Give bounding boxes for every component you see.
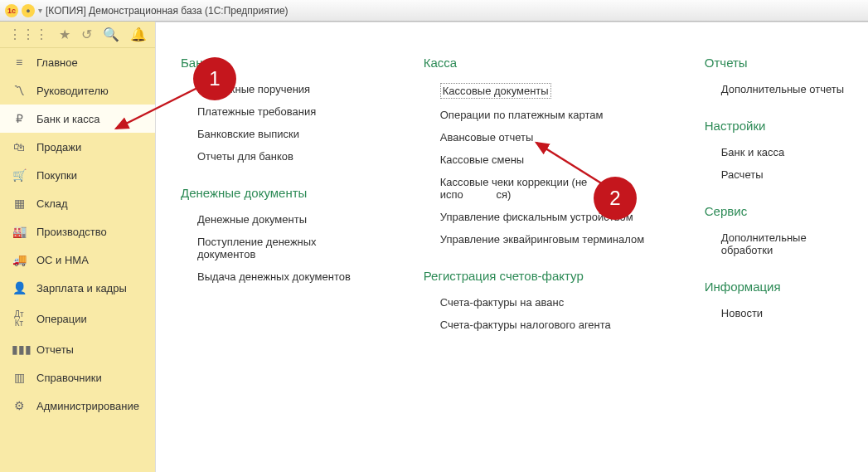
link-payment-requests[interactable]: Платежные требования xyxy=(197,105,366,118)
truck-icon: 🚚 xyxy=(12,253,27,266)
menu-icon: ≡ xyxy=(12,56,27,69)
window-title: [КОПИЯ] Демонстрационная база (1С:Предпр… xyxy=(46,5,289,17)
nav-label: Производство xyxy=(36,226,107,238)
link-money-income[interactable]: Поступление денежных документов xyxy=(197,236,366,260)
link-invoices-tax-agent[interactable]: Счета-фактуры налогового агента xyxy=(440,319,647,331)
link-extra-processing[interactable]: Дополнительные обработки xyxy=(721,231,851,256)
nav-production[interactable]: 🏭Производство xyxy=(0,217,155,246)
annotation-marker-1: 1 xyxy=(193,57,236,100)
column-3: Отчеты Дополнительные отчеты Настройки Б… xyxy=(705,56,851,455)
boxes-icon: ▦ xyxy=(12,197,27,210)
group-settings: Настройки xyxy=(705,119,851,133)
group-invoices-reg: Регистрация счетов-фактур xyxy=(424,269,647,283)
grid-icon[interactable]: ⋮⋮⋮ xyxy=(8,27,48,42)
column-1: Банк Платежные поручения Платежные требо… xyxy=(181,56,366,455)
nav-label: Отчеты xyxy=(36,343,74,356)
bars-icon: ▮▮▮ xyxy=(12,343,27,356)
sidebar-toolbar: ⋮⋮⋮ ★ ↺ 🔍 🔔 xyxy=(0,22,155,48)
link-money-documents[interactable]: Денежные документы xyxy=(197,213,366,226)
nav-label: Операции xyxy=(36,313,87,325)
group-service: Сервис xyxy=(705,204,851,218)
nav-main[interactable]: ≡Главное xyxy=(0,48,155,76)
link-advance-reports[interactable]: Авансовые отчеты xyxy=(440,131,647,144)
nav-manager[interactable]: 〽Руководителю xyxy=(0,76,155,105)
nav-label: Администрирование xyxy=(36,400,139,412)
nav-label: Покупки xyxy=(36,169,77,182)
annotation-marker-2: 2 xyxy=(594,177,637,220)
app-icon: 1c xyxy=(5,4,18,17)
book-icon: ▥ xyxy=(12,371,27,384)
sidebar: ⋮⋮⋮ ★ ↺ 🔍 🔔 ≡Главное 〽Руководителю ₽Банк… xyxy=(0,22,156,472)
history-icon[interactable]: ↺ xyxy=(81,27,92,42)
link-cash-documents[interactable]: Кассовые документы xyxy=(440,83,551,99)
nav-operations[interactable]: Дт КтОперации xyxy=(0,302,155,335)
group-kassa: Касса xyxy=(424,56,647,70)
factory-icon: 🏭 xyxy=(12,225,27,238)
nav-bank-kassa[interactable]: ₽Банк и касса xyxy=(0,105,155,133)
nav-sales[interactable]: 🛍Продажи xyxy=(0,133,155,161)
group-moneydocs: Денежные документы xyxy=(181,186,366,200)
search-icon[interactable]: 🔍 xyxy=(103,27,119,42)
link-reports-for-banks[interactable]: Отчеты для банков xyxy=(197,150,366,163)
titlebar: 1c ● ▾ [КОПИЯ] Демонстрационная база (1С… xyxy=(0,0,868,22)
debit-credit-icon: Дт Кт xyxy=(12,309,27,328)
nav-reports[interactable]: ▮▮▮Отчеты xyxy=(0,335,155,363)
link-extra-reports[interactable]: Дополнительные отчеты xyxy=(721,83,851,95)
nav-admin[interactable]: ⚙Администрирование xyxy=(0,392,155,420)
link-bank-statements[interactable]: Банковские выписки xyxy=(197,128,366,140)
round-icon: ● xyxy=(22,4,35,17)
cart-icon: 🛒 xyxy=(12,168,27,182)
link-news[interactable]: Новости xyxy=(721,307,851,319)
nav-directories[interactable]: ▥Справочники xyxy=(0,363,155,392)
star-icon[interactable]: ★ xyxy=(59,27,70,42)
dropdown-icon[interactable]: ▾ xyxy=(38,6,42,15)
gear-icon: ⚙ xyxy=(12,399,27,412)
nav-label: Склад xyxy=(36,197,68,210)
column-2: Касса Кассовые документы Операции по пла… xyxy=(424,56,647,455)
nav-label: ОС и НМА xyxy=(36,254,89,266)
link-settings-bank-kassa[interactable]: Банк и касса xyxy=(721,146,851,158)
link-acquiring-terminal[interactable]: Управление эквайринговым терминалом xyxy=(440,233,647,246)
nav-label: Зарплата и кадры xyxy=(36,282,127,294)
nav-salary[interactable]: 👤Зарплата и кадры xyxy=(0,274,155,302)
chart-up-icon: 〽 xyxy=(12,84,27,97)
link-cash-shifts[interactable]: Кассовые смены xyxy=(440,153,647,166)
nav-warehouse[interactable]: ▦Склад xyxy=(0,189,155,217)
content-area: Банк Платежные поручения Платежные требо… xyxy=(156,22,868,472)
nav-purchases[interactable]: 🛒Покупки xyxy=(0,161,155,189)
person-icon: 👤 xyxy=(12,281,27,294)
nav-label: Главное xyxy=(36,56,78,69)
group-reports: Отчеты xyxy=(705,56,851,70)
group-info: Информация xyxy=(705,280,851,294)
nav-label: Банк и касса xyxy=(36,113,100,125)
link-money-expense[interactable]: Выдача денежных документов xyxy=(197,270,366,283)
link-settings-calculations[interactable]: Расчеты xyxy=(721,168,851,181)
nav-label: Руководителю xyxy=(36,85,109,97)
bag-icon: 🛍 xyxy=(12,140,27,153)
link-card-operations[interactable]: Операции по платежным картам xyxy=(440,109,647,121)
nav-label: Продажи xyxy=(36,141,81,153)
nav-os-nma[interactable]: 🚚ОС и НМА xyxy=(0,246,155,274)
link-invoices-advance[interactable]: Счета-фактуры на аванс xyxy=(440,296,647,309)
ruble-icon: ₽ xyxy=(12,112,27,125)
nav-label: Справочники xyxy=(36,372,102,384)
bell-icon[interactable]: 🔔 xyxy=(130,27,147,42)
